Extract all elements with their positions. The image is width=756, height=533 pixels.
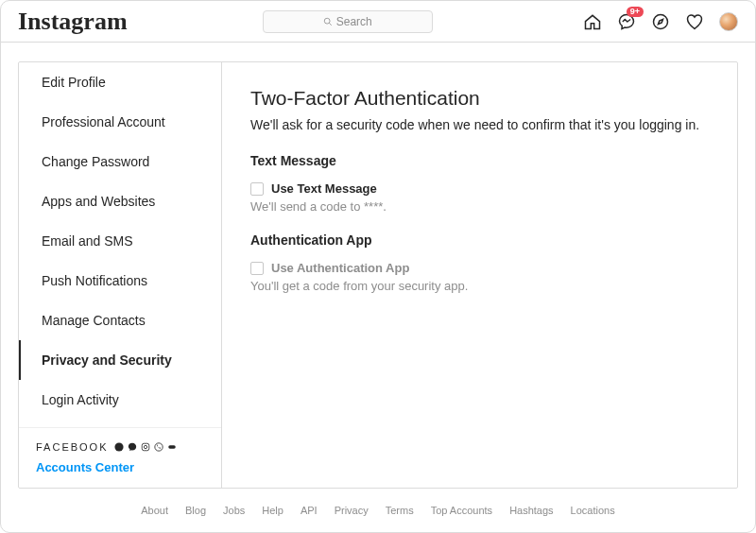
svg-rect-4 <box>142 443 149 451</box>
footer-link-top-accounts[interactable]: Top Accounts <box>431 505 492 516</box>
svg-line-1 <box>329 23 332 26</box>
home-icon[interactable] <box>583 12 602 31</box>
footer-links: About Blog Jobs Help API Privacy Terms T… <box>18 496 738 524</box>
svg-point-6 <box>154 443 162 451</box>
messenger-icon[interactable]: 9+ <box>617 12 636 31</box>
text-message-heading: Text Message <box>250 153 709 168</box>
footer-link-locations[interactable]: Locations <box>571 505 615 516</box>
settings-content: Two-Factor Authentication We'll ask for … <box>222 62 737 488</box>
sidebar-item-label: Change Password <box>42 154 149 169</box>
sidebar-item-change-password[interactable]: Change Password <box>19 142 221 181</box>
search-placeholder: Search <box>336 15 372 28</box>
authentication-app-heading: Authentication App <box>250 232 709 248</box>
logo[interactable]: Instagram <box>18 8 128 36</box>
svg-point-2 <box>654 14 668 28</box>
accounts-center-link[interactable]: Accounts Center <box>36 460 204 474</box>
use-authentication-app-checkbox[interactable] <box>250 262 264 275</box>
search-input[interactable]: Search <box>263 10 433 33</box>
sidebar-item-label: Login Activity <box>42 392 119 407</box>
authentication-app-description: You'll get a code from your security app… <box>250 279 709 293</box>
page-subtitle: We'll ask for a security code when we ne… <box>250 117 709 132</box>
svg-point-3 <box>114 442 123 451</box>
sidebar-item-manage-contacts[interactable]: Manage Contacts <box>19 301 221 340</box>
facebook-icon <box>114 442 124 452</box>
activity-icon[interactable] <box>685 12 704 31</box>
sidebar-item-push-notifications[interactable]: Push Notifications <box>19 261 221 301</box>
use-text-message-checkbox[interactable] <box>250 182 264 196</box>
text-message-description: We'll send a code to ****. <box>250 199 709 214</box>
sidebar-item-login-activity[interactable]: Login Activity <box>19 380 221 420</box>
use-text-message-label: Use Text Message <box>271 181 377 196</box>
sidebar-item-label: Manage Contacts <box>42 313 146 328</box>
sidebar-item-edit-profile[interactable]: Edit Profile <box>19 62 221 102</box>
footer-link-hashtags[interactable]: Hashtags <box>509 505 553 516</box>
footer-link-blog[interactable]: Blog <box>185 505 206 516</box>
oculus-icon <box>167 442 177 452</box>
footer-link-help[interactable]: Help <box>262 505 284 516</box>
messenger-small-icon <box>128 442 137 452</box>
sidebar-footer: FACEBOOK Accounts Center <box>19 427 221 488</box>
sidebar-item-privacy-and-security[interactable]: Privacy and Security <box>19 340 221 380</box>
avatar[interactable] <box>719 12 738 31</box>
footer-link-about[interactable]: About <box>141 505 168 516</box>
whatsapp-icon <box>154 442 163 452</box>
use-authentication-app-label: Use Authentication App <box>271 261 409 275</box>
svg-point-5 <box>144 445 146 448</box>
explore-icon[interactable] <box>651 12 670 31</box>
sidebar-item-professional-account[interactable]: Professional Account <box>19 102 221 142</box>
sidebar-item-label: Privacy and Security <box>42 352 172 368</box>
sidebar-item-label: Email and SMS <box>42 233 132 249</box>
sidebar-item-label: Professional Account <box>42 114 165 129</box>
facebook-brand-label: FACEBOOK <box>36 441 109 453</box>
sidebar-item-email-and-sms[interactable]: Email and SMS <box>19 221 221 261</box>
svg-point-0 <box>324 18 330 24</box>
nav-icons: 9+ <box>583 12 738 31</box>
sidebar-item-label: Edit Profile <box>42 75 106 90</box>
search-icon <box>323 17 333 26</box>
top-nav: Instagram Search 9+ <box>1 1 755 43</box>
sidebar-item-label: Apps and Websites <box>42 194 155 209</box>
page-title: Two-Factor Authentication <box>250 87 709 110</box>
footer-link-jobs[interactable]: Jobs <box>223 505 245 516</box>
footer-link-terms[interactable]: Terms <box>386 505 414 516</box>
instagram-small-icon <box>141 442 150 452</box>
sidebar-item-label: Push Notifications <box>42 273 147 288</box>
settings-sidebar: Edit Profile Professional Account Change… <box>19 62 222 488</box>
notification-badge: 9+ <box>627 7 644 18</box>
sidebar-item-apps-and-websites[interactable]: Apps and Websites <box>19 181 221 221</box>
footer-link-privacy[interactable]: Privacy <box>335 505 369 516</box>
footer-link-api[interactable]: API <box>301 505 318 516</box>
svg-rect-7 <box>168 445 176 448</box>
